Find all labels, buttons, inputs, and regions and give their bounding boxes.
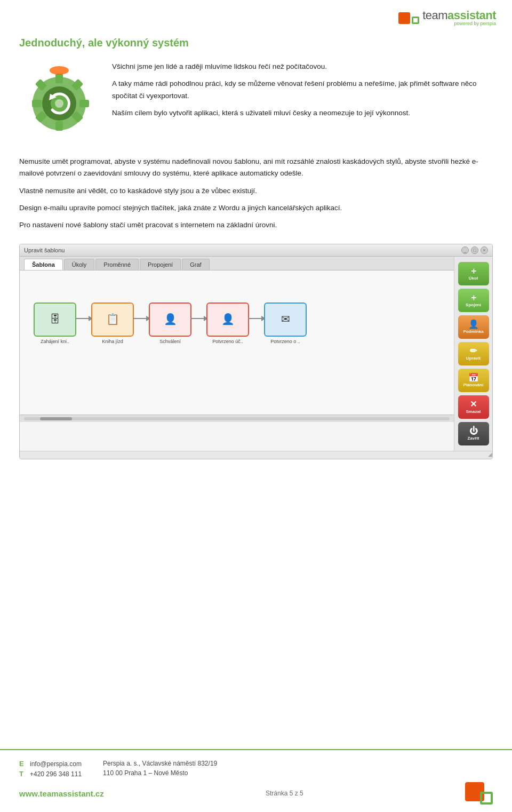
scrollbar-thumb[interactable] [40, 417, 72, 420]
sidebar-btn-podminka-label: Podmínka [463, 330, 483, 334]
full-text-block: Nemusíte umět programovat, abyste v syst… [19, 156, 493, 231]
logo-green-square [412, 17, 419, 24]
sidebar-btn-ukol[interactable]: ＋ Úkol [458, 262, 489, 285]
resize-corner-icon[interactable]: ◢ [485, 451, 492, 459]
footer-bottom: www.teamassistant.cz Stránka 5 z 5 [19, 782, 493, 805]
engine-svg [19, 61, 99, 144]
sidebar-btn-spojeni[interactable]: ＋ Spojení [458, 289, 489, 312]
app-resize-area: ◢ [20, 451, 492, 459]
text-block-right: Všichni jsme jen lidé a raději mluvíme l… [112, 61, 493, 146]
tab-ukoly[interactable]: Úkoly [64, 259, 95, 270]
logo-powered-by: powered by [454, 21, 479, 26]
app-scrollbar[interactable] [20, 415, 454, 422]
sidebar-btn-smazat-icon: ✕ [470, 400, 477, 409]
sidebar-btn-spojeni-icon: ＋ [469, 293, 478, 302]
app-window: Upravit šablonu _ □ × Šablona Úkoly Prom… [19, 244, 493, 459]
sidebar-btn-smazat[interactable]: ✕ Smazat [458, 395, 489, 419]
svg-rect-5 [32, 100, 42, 107]
footer-company: Perspia a. s., Václavské náměstí 832/19 [103, 760, 217, 767]
paragraph-6: Design e-mailu upravíte pomocí stejných … [19, 202, 493, 214]
wf-node-box-2[interactable]: 📋 [91, 302, 134, 337]
footer-logo [465, 782, 493, 805]
svg-rect-6 [79, 100, 89, 107]
wf-arrow-3 [190, 318, 207, 319]
wf-node-icon-2: 📋 [106, 313, 119, 325]
wf-node-box-1[interactable]: 🗄 [34, 302, 76, 337]
footer-email: info@perspia.com [30, 760, 82, 768]
logo-perspia: perspia [480, 21, 496, 26]
logo-wordmark: teamassistant powered by perspia [422, 10, 496, 26]
paragraph-2: A taky máme rádi pohodlnou práci, kdy se… [112, 78, 493, 102]
app-canvas: 🗄 Zahájení kni.. 📋 Kniha jízd [20, 270, 454, 415]
wf-node-box-5[interactable]: ✉ [264, 302, 307, 337]
page-title: Jednoduchý, ale výkonný systém [19, 37, 493, 49]
tab-propojeni[interactable]: Propojení [140, 259, 181, 270]
wf-node-1: 🗄 Zahájení kni.. [34, 302, 76, 344]
logo-main-text: teamassistant [422, 10, 496, 21]
tab-sablona[interactable]: Šablona [24, 259, 63, 270]
footer-col-2: Perspia a. s., Václavské náměstí 832/19 … [103, 760, 217, 778]
footer-website: www.teamassistant.cz [19, 789, 104, 798]
maximize-button[interactable]: □ [471, 246, 478, 254]
footer-phone-row: T +420 296 348 111 [19, 770, 82, 778]
sidebar-btn-upravit[interactable]: ✏ Upravit [458, 342, 489, 365]
footer-logo-green [480, 792, 493, 805]
sidebar-btn-smazat-label: Smazat [466, 410, 481, 414]
wf-node-box-3[interactable]: 👤 [149, 302, 191, 337]
paragraph-5: Vlastně nemusíte ani vědět, co to kaskád… [19, 185, 493, 197]
scrollbar-track[interactable] [24, 417, 450, 420]
wf-arrow-1 [75, 318, 92, 319]
sidebar-btn-ukol-icon: ＋ [469, 267, 478, 275]
sidebar-btn-planovani-label: Plánování [463, 383, 484, 387]
logo-icon [398, 12, 419, 24]
wf-node-2: 📋 Kniha jízd [91, 302, 134, 344]
paragraph-7: Pro nastavení nové šablony stačí umět pr… [19, 219, 493, 231]
paragraph-4: Nemusíte umět programovat, abyste v syst… [19, 156, 493, 180]
sidebar-btn-zavrit-label: Zavřít [468, 436, 479, 441]
sidebar-btn-planovani[interactable]: 📅 Plánování [458, 369, 489, 392]
footer-col-1: E info@perspia.com T +420 296 348 111 [19, 760, 82, 778]
footer-email-row: E info@perspia.com [19, 760, 82, 768]
wf-node-icon-3: 👤 [164, 313, 177, 325]
paragraph-1: Všichni jsme jen lidé a raději mluvíme l… [112, 61, 493, 73]
wf-node-label-1: Zahájení kni.. [41, 339, 69, 344]
wf-node-box-4[interactable]: 👤 [206, 302, 249, 337]
footer: E info@perspia.com T +420 296 348 111 Pe… [0, 749, 512, 812]
sidebar-btn-ukol-label: Úkol [469, 276, 478, 281]
wf-arrow-2 [133, 318, 150, 319]
svg-point-12 [55, 99, 63, 108]
phone-icon: T [19, 770, 26, 778]
wf-arrow-4 [248, 318, 265, 319]
app-body: Šablona Úkoly Proměnné Propojení Graf 🗄 [20, 257, 492, 451]
sidebar-btn-planovani-icon: 📅 [468, 373, 479, 382]
sidebar-btn-zavrit-icon: ⏻ [469, 427, 478, 435]
sidebar-btn-spojeni-label: Spojení [466, 303, 481, 307]
wf-node-4: 👤 Potvrzeno úč.. [206, 302, 249, 344]
app-sidebar: ＋ Úkol ＋ Spojení 👤 Podmínka ✏ Upravit 📅 [454, 257, 492, 451]
wf-node-3: 👤 Schválení [149, 302, 191, 344]
tab-promenne[interactable]: Proměnné [95, 259, 139, 270]
app-titlebar-controls[interactable]: _ □ × [461, 246, 488, 254]
sidebar-btn-upravit-label: Upravit [466, 356, 481, 361]
wf-node-icon-5: ✉ [281, 313, 290, 325]
sidebar-btn-podminka-icon: 👤 [468, 320, 479, 329]
app-main-area: Šablona Úkoly Proměnné Propojení Graf 🗄 [20, 257, 454, 451]
main-content: Jednoduchý, ale výkonný systém [0, 31, 512, 491]
minimize-button[interactable]: _ [461, 246, 469, 254]
workflow: 🗄 Zahájení kni.. 📋 Kniha jízd [34, 302, 445, 344]
wf-node-label-5: Potvrzeno o .. [270, 339, 300, 344]
logo-assistant: assistant [447, 9, 496, 22]
close-button[interactable]: × [481, 246, 488, 254]
logo-powered: powered by perspia [422, 21, 496, 26]
logo: teamassistant powered by perspia [398, 10, 496, 26]
sidebar-btn-zavrit[interactable]: ⏻ Zavřít [458, 422, 489, 445]
wf-node-label-4: Potvrzeno úč.. [212, 339, 243, 344]
header: teamassistant powered by perspia [0, 0, 512, 31]
sidebar-btn-podminka[interactable]: 👤 Podmínka [458, 315, 489, 339]
app-title: Upravit šablonu [24, 247, 65, 253]
engine-illustration [19, 61, 99, 146]
footer-page: Stránka 5 z 5 [266, 790, 303, 797]
logo-team: team [422, 9, 447, 22]
tab-graf[interactable]: Graf [182, 259, 209, 270]
footer-address-row: 110 00 Praha 1 – Nové Město [103, 769, 217, 777]
